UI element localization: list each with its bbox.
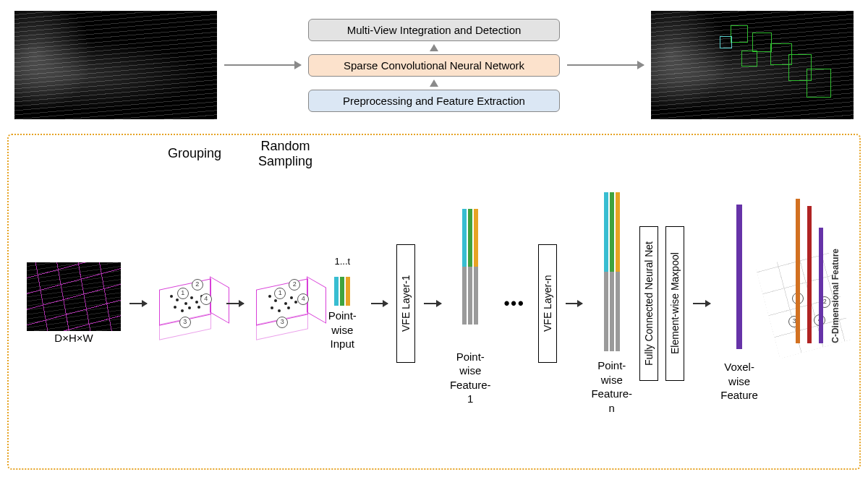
stage-voxelwise-feature: Voxel-wise Feature (719, 205, 760, 403)
grouping-label: Grouping (168, 146, 221, 161)
output-lidar-image (651, 11, 854, 119)
arrow-icon (129, 303, 147, 304)
maxpool-box: Element-wise Maxpool (665, 226, 684, 381)
feature-extraction-detail: Grouping Random Sampling D×H×W 2 1 4 3 (7, 134, 861, 470)
stage-pw-feature-n: Point-wise Feature-n (591, 192, 632, 415)
arrow-icon (226, 303, 244, 304)
pipeline-stack: Multi-View Integration and Detection Spa… (308, 19, 560, 112)
stage-pw-feature-1: Point-wise Feature-1 (450, 202, 491, 406)
vfe-layer-1: VFE Layer-1 (396, 244, 415, 363)
pipeline-box-preprocessing: Preprocessing and Feature Extraction (308, 90, 560, 112)
voxelwise-label: Voxel-wise Feature (719, 360, 760, 403)
dhw-label: D×H×W (54, 331, 93, 345)
pipeline-box-detection: Multi-View Integration and Detection (308, 19, 560, 41)
stage-voxel-input: D×H×W (27, 262, 121, 345)
stage-pointwise-input: 1...t Point-wise Input (323, 256, 362, 351)
top-pipeline-row: Multi-View Integration and Detection Spa… (7, 7, 861, 123)
voxel-block-grouping: 2 1 4 3 (156, 273, 218, 335)
arrow-up-1 (430, 44, 438, 51)
pwfn-label: Point-wise Feature-n (591, 358, 632, 415)
pointwise-input-label: Point-wise Input (323, 309, 362, 351)
ellipsis-icon: ••• (498, 294, 531, 313)
input-lidar-image (14, 11, 217, 119)
voxel-block-sampling: 2 1 4 3 (252, 273, 315, 335)
arrow-icon (371, 303, 388, 304)
sampling-label: Random Sampling (258, 139, 312, 169)
arrow-icon (424, 303, 441, 304)
pipeline-box-sparse-cnn: Sparse Convolutional Neural Network (308, 54, 560, 77)
voxel-grid-image (27, 262, 121, 331)
arrow-input-to-pipeline (224, 64, 301, 66)
cdim-label: C-Dimensional Feature (830, 249, 841, 343)
arrow-up-2 (430, 80, 438, 87)
arrow-icon (693, 303, 710, 304)
fcnn-box: Fully Connected Neural Net (639, 226, 658, 381)
arrow-icon (566, 303, 583, 304)
output-cdim-feature: 1 2 3 4 C-Dimensional Feature (767, 257, 841, 351)
detection-boxes-overlay (651, 11, 854, 119)
pointwise-index-label: 1...t (334, 256, 350, 267)
arrow-pipeline-to-output (567, 64, 644, 66)
vfe-layer-n: VFE Layer-n (538, 244, 557, 363)
pwf1-label: Point-wise Feature-1 (450, 350, 491, 406)
